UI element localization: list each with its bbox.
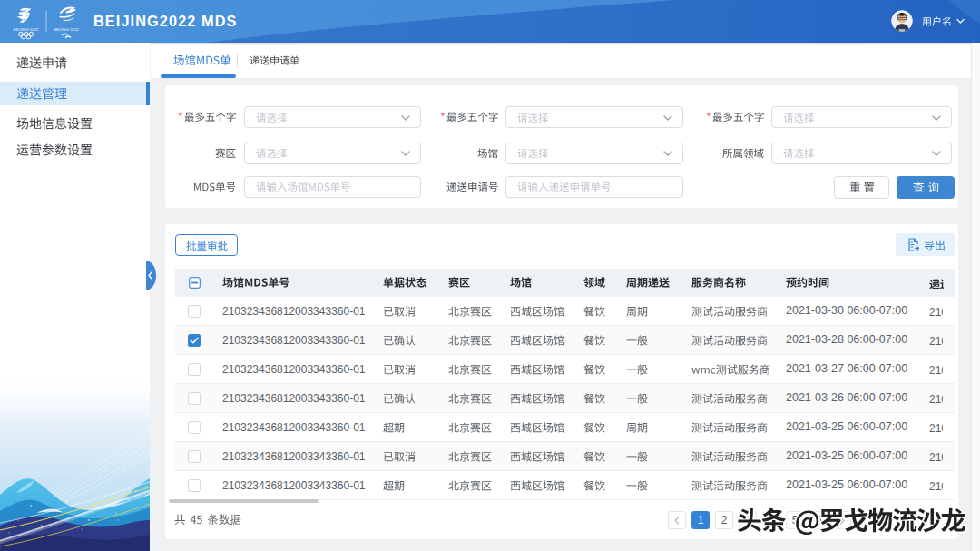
svg-text:BEIJING 2022: BEIJING 2022 (14, 27, 40, 32)
svg-text:BEIJING 2022: BEIJING 2022 (54, 27, 80, 32)
